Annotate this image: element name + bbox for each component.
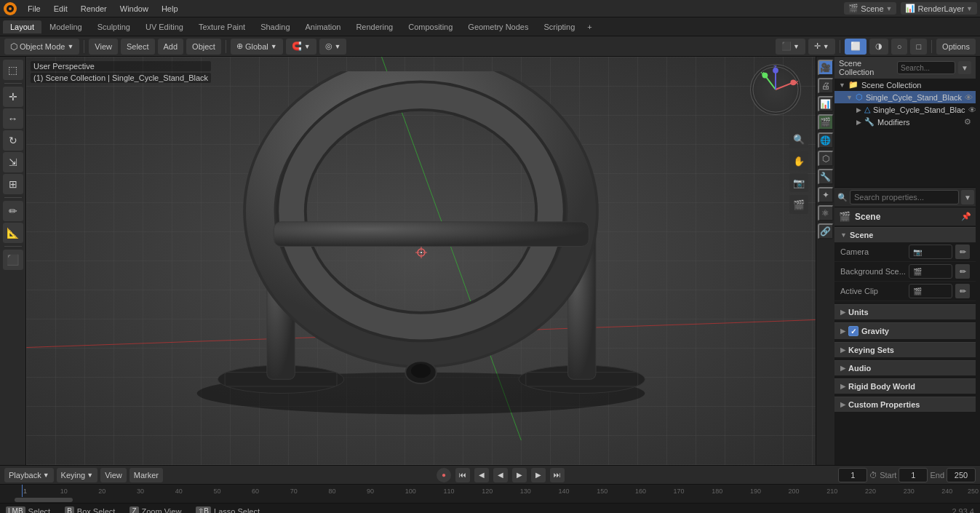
props-modifiers-icon[interactable]: 🔧 xyxy=(818,169,834,185)
menu-help[interactable]: Help xyxy=(156,3,184,15)
tool-cursor[interactable]: ✛ xyxy=(3,87,23,107)
tab-geometry-nodes[interactable]: Geometry Nodes xyxy=(461,20,535,33)
gizmo-button[interactable]: ✛ ▼ xyxy=(808,39,835,55)
props-output-icon[interactable]: 🖨 xyxy=(818,78,834,94)
outliner-item-object[interactable]: ▼ ⬡ Single_Cycle_Stand_Black 👁 📷 xyxy=(834,91,976,103)
scene-view-button[interactable]: 🎬 xyxy=(789,195,808,214)
box-select-status[interactable]: B Box Select xyxy=(65,506,115,513)
outliner-item-scene-collection[interactable]: ▼ 📁 Scene Collection xyxy=(834,79,976,91)
options-button[interactable]: Options xyxy=(936,39,976,55)
props-view-layer-icon[interactable]: 📊 xyxy=(818,96,834,112)
tab-layout[interactable]: Layout xyxy=(3,20,41,33)
tool-annotate[interactable]: ✏ xyxy=(3,201,23,221)
outliner-item-mesh[interactable]: ▶ △ Single_Cycle_Stand_Blac 👁 xyxy=(834,103,976,116)
outliner-item-modifiers[interactable]: ▶ 🔧 Modifiers ⚙ xyxy=(834,116,976,128)
bg-scene-picker-button[interactable]: ✏ xyxy=(955,264,970,279)
viewport-shade-material[interactable]: ◑ xyxy=(869,39,888,55)
props-filter-button[interactable]: ▼ xyxy=(961,190,974,204)
outliner-filter-button[interactable]: ▼ xyxy=(958,61,971,74)
tab-modeling[interactable]: Modeling xyxy=(42,20,89,33)
navigation-gizmo[interactable]: X Y Z xyxy=(750,64,808,122)
zoom-status[interactable]: Z Zoom View xyxy=(130,506,181,513)
gravity-checkbox[interactable]: ✓ xyxy=(848,326,859,336)
viewport-shade-solid[interactable]: ⬜ xyxy=(845,39,867,55)
menu-file[interactable]: File xyxy=(22,3,47,15)
keying-sets-header[interactable]: ▶ Keying Sets xyxy=(834,342,976,357)
tool-measure[interactable]: 📐 xyxy=(3,223,23,243)
start-frame-input[interactable] xyxy=(899,468,928,482)
audio-section-header[interactable]: ▶ Audio xyxy=(834,360,976,375)
tab-animation[interactable]: Animation xyxy=(298,20,348,33)
props-physics-icon[interactable]: ⚛ xyxy=(818,205,834,221)
tool-select-box[interactable]: ⬚ xyxy=(3,60,23,80)
hand-button[interactable]: ✋ xyxy=(789,151,808,170)
keying-button[interactable]: Keying ▼ xyxy=(57,468,98,482)
menu-window[interactable]: Window xyxy=(114,3,154,15)
tab-rendering[interactable]: Rendering xyxy=(348,20,400,33)
outliner-search[interactable] xyxy=(897,61,955,74)
tab-sculpting[interactable]: Sculpting xyxy=(90,20,138,33)
tab-uv-editing[interactable]: UV Editing xyxy=(138,20,191,33)
tab-texture-paint[interactable]: Texture Paint xyxy=(191,20,252,33)
props-render-icon[interactable]: 🎥 xyxy=(818,60,834,76)
select-menu-button[interactable]: Select xyxy=(121,39,155,55)
frame-ruler[interactable]: 1 10 20 30 40 50 60 70 80 90 100 110 120… xyxy=(22,485,980,498)
viewport-shade-wireframe[interactable]: □ xyxy=(910,39,927,55)
zoom-in-button[interactable]: 🔍 xyxy=(789,130,808,148)
camera-picker-button[interactable]: ✏ xyxy=(955,244,970,259)
tool-move[interactable]: ↔ xyxy=(3,108,23,129)
lasso-status[interactable]: ⇧B Lasso Select xyxy=(196,506,260,513)
menu-edit[interactable]: Edit xyxy=(48,3,73,15)
playback-button[interactable]: Playback ▼ xyxy=(4,468,54,482)
props-scene-icon[interactable]: 🎬 xyxy=(818,114,834,130)
viewport-3d[interactable]: X Y Z 🔍 ✋ 📷 🎬 User Perspective (1) Scene… xyxy=(26,57,816,465)
object-menu-button[interactable]: Object xyxy=(186,39,221,55)
next-keyframe-button[interactable]: ▶ xyxy=(531,468,546,482)
props-search-input[interactable] xyxy=(850,190,959,204)
tool-transform[interactable]: ⊞ xyxy=(3,174,23,194)
add-menu-button[interactable]: Add xyxy=(158,39,184,55)
global-transform-button[interactable]: ⊕ Global ▼ xyxy=(231,39,283,55)
gravity-section-header[interactable]: ▶ ✓ Gravity xyxy=(834,322,976,339)
tab-scripting[interactable]: Scripting xyxy=(536,20,582,33)
scene-pin-icon[interactable]: 📌 xyxy=(961,212,971,221)
timeline-scrollbar[interactable] xyxy=(0,497,980,503)
select-status[interactable]: LMB Select xyxy=(6,506,50,513)
rigid-body-header[interactable]: ▶ Rigid Body World xyxy=(834,378,976,394)
camera-value[interactable]: 📷 xyxy=(909,244,952,259)
view-button-timeline[interactable]: View xyxy=(100,468,127,482)
modifier-settings-icon[interactable]: ⚙ xyxy=(964,117,971,127)
prev-keyframe-button[interactable]: ◀ xyxy=(474,468,489,482)
active-clip-picker-button[interactable]: ✏ xyxy=(955,284,970,298)
camera-view-button[interactable]: 📷 xyxy=(789,173,808,192)
current-frame-input[interactable] xyxy=(838,468,867,482)
tool-add-cube[interactable]: ⬛ xyxy=(3,250,23,270)
scene-dropdown-icon[interactable]: ▼ xyxy=(886,5,893,12)
end-frame-input[interactable] xyxy=(947,468,976,482)
object-eye-icon[interactable]: 👁 xyxy=(965,93,973,102)
marker-button[interactable]: Marker xyxy=(130,468,163,482)
object-mode-button[interactable]: ⬡ Object Mode ▼ xyxy=(4,39,79,55)
props-constraints-icon[interactable]: 🔗 xyxy=(818,223,834,239)
play-button[interactable]: ▶ xyxy=(512,468,527,482)
props-object-icon[interactable]: ⬡ xyxy=(818,151,834,167)
tool-rotate[interactable]: ↻ xyxy=(3,130,23,151)
props-world-icon[interactable]: 🌐 xyxy=(818,132,834,148)
add-workspace-button[interactable]: + xyxy=(583,20,596,33)
props-particles-icon[interactable]: ✦ xyxy=(818,187,834,203)
snap-button[interactable]: 🧲 ▼ xyxy=(286,39,316,55)
scrollbar-thumb[interactable] xyxy=(15,498,73,502)
tool-scale[interactable]: ⇲ xyxy=(3,152,23,172)
reverse-play-button[interactable]: ◀ xyxy=(493,468,508,482)
jump-start-button[interactable]: ⏮ xyxy=(455,468,470,482)
jump-end-button[interactable]: ⏭ xyxy=(550,468,565,482)
proportional-edit-button[interactable]: ◎ ▼ xyxy=(319,39,347,55)
active-clip-value[interactable]: 🎬 xyxy=(909,284,952,298)
scene-section-header[interactable]: ▼ Scene xyxy=(834,227,976,242)
bg-scene-value[interactable]: 🎬 xyxy=(909,264,952,279)
record-button[interactable]: ● xyxy=(437,468,451,482)
tab-shading[interactable]: Shading xyxy=(253,20,297,33)
custom-props-header[interactable]: ▶ Custom Properties xyxy=(834,397,976,412)
units-section-header[interactable]: ▶ Units xyxy=(834,304,976,319)
render-layer-dropdown-icon[interactable]: ▼ xyxy=(966,5,973,12)
